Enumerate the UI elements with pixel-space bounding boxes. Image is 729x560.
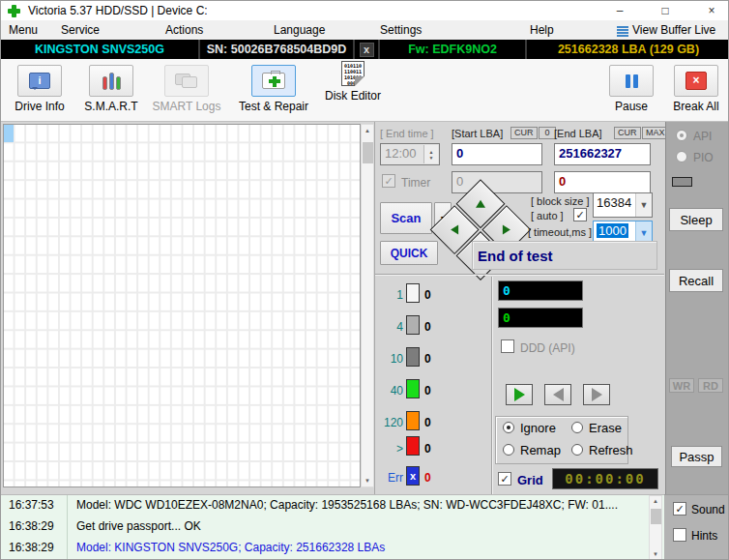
radio-refresh-label[interactable]: Refresh — [589, 443, 633, 457]
step-forward-button[interactable] — [583, 384, 610, 405]
toolbar-smart[interactable]: S.M.A.R.T — [80, 65, 142, 113]
toolbar-label: SMART Logs — [148, 100, 225, 113]
device-info-bar: KINGSTON SNVS250G SN: 50026B768504BD9D x… — [1, 40, 729, 59]
hints-label[interactable]: Hints — [691, 529, 717, 543]
log-scroll-thumb[interactable] — [651, 509, 661, 524]
radio-ignore-label[interactable]: Ignore — [520, 421, 556, 435]
sleep-button[interactable]: Sleep — [669, 208, 723, 231]
toolbar-label: Pause — [604, 100, 658, 113]
toolbar-drive-info[interactable]: i Drive Info — [9, 65, 71, 113]
block-size-combo[interactable]: 16384 ▼ — [593, 192, 653, 218]
view-buffer-live-button[interactable]: View Buffer Live — [632, 23, 715, 37]
auto-checkbox[interactable]: ✓ — [573, 208, 587, 221]
close-button[interactable]: × — [695, 1, 728, 20]
chevron-down-icon[interactable]: ▼ — [635, 193, 652, 217]
errors-count-input[interactable]: 0 — [554, 171, 651, 193]
toolbar-disk-editor[interactable]: 010110 110011 101000 0001 Disk Editor — [322, 61, 384, 103]
end-time-spinner[interactable]: 12:00 ▲ ▼ — [380, 143, 440, 165]
start-lba-input[interactable]: 0 — [452, 143, 542, 165]
speed-label-4: 4 — [376, 320, 403, 334]
first-aid-icon — [262, 73, 285, 89]
menu-item-help[interactable]: Help — [530, 23, 554, 37]
speed-block-gt — [406, 436, 420, 456]
scroll-down-icon[interactable]: ▼ — [650, 551, 661, 557]
speed-count-1: 0 — [424, 288, 431, 302]
scroll-down-icon[interactable]: ▼ — [362, 478, 373, 484]
radio-ignore[interactable] — [503, 422, 514, 433]
play-button[interactable] — [506, 384, 533, 405]
left-arrow-icon — [451, 225, 458, 235]
menu-item-language[interactable]: Language — [274, 23, 325, 37]
radio-erase[interactable] — [571, 422, 583, 433]
menu-item-settings[interactable]: Settings — [380, 23, 422, 37]
scan-grid-canvas[interactable] — [3, 124, 361, 487]
canvas-scrollbar[interactable]: ▲ ▼ — [361, 124, 374, 487]
toolbar-test-repair[interactable]: Test & Repair — [233, 65, 314, 113]
timer-checkbox[interactable]: ✓ — [382, 174, 395, 188]
lcd-position-display: 0 — [498, 308, 583, 328]
toolbar-break-all[interactable]: × Break All — [666, 65, 726, 113]
forward-icon — [592, 388, 602, 401]
toolbar-label: Test & Repair — [233, 100, 314, 113]
spin-down-icon[interactable]: ▼ — [424, 155, 438, 161]
rd-button: RD — [698, 378, 723, 393]
radio-pio[interactable] — [676, 151, 687, 162]
recall-button[interactable]: Recall — [669, 269, 723, 292]
speed-block-err: x — [406, 466, 420, 486]
device-firmware: Fw: EDFK9NO2 — [380, 40, 527, 59]
grid-checkbox[interactable]: ✓ — [498, 472, 511, 486]
ddd-label: DDD (API) — [520, 341, 575, 355]
radio-remap-label[interactable]: Remap — [520, 443, 561, 457]
speed-label-1: 1 — [376, 288, 403, 302]
log-scrollbar[interactable]: ▲ ▼ — [649, 495, 662, 560]
speed-block-40 — [406, 379, 420, 398]
radio-erase-label[interactable]: Erase — [589, 421, 622, 435]
menu-item-actions[interactable]: Actions — [165, 23, 203, 37]
sound-label[interactable]: Sound — [691, 503, 725, 516]
end-time-label: [ End time ] — [380, 128, 434, 139]
menu-item-service[interactable]: Service — [61, 23, 100, 37]
binary-sheet-icon: 010110 110011 101000 0001 — [341, 61, 364, 86]
victoria-window: Victoria 5.37 HDD/SSD | Device C: – □ × … — [0, 0, 729, 560]
menu-item-menu[interactable]: Menu — [9, 23, 38, 37]
ddd-checkbox[interactable] — [501, 339, 514, 353]
play-icon — [514, 388, 525, 401]
maximize-button[interactable]: □ — [649, 1, 682, 20]
right-arrow-icon — [503, 225, 510, 235]
speed-label-120: 120 — [376, 416, 403, 429]
pause-icon — [626, 74, 638, 88]
radio-api[interactable] — [676, 130, 687, 141]
end-of-test-label: End of test — [478, 248, 553, 264]
radio-remap[interactable] — [503, 444, 514, 456]
scroll-up-icon[interactable]: ▲ — [362, 128, 373, 133]
end-lba-cur-button[interactable]: CUR — [614, 127, 641, 139]
device-model[interactable]: KINGSTON SNVS250G — [1, 40, 200, 59]
device-capacity: 251662328 LBA (129 GB) — [527, 40, 729, 59]
step-back-button[interactable] — [544, 384, 571, 405]
grid-label: Grid — [517, 473, 543, 487]
scroll-up-icon[interactable]: ▲ — [650, 498, 661, 504]
quick-button[interactable]: QUICK — [380, 241, 438, 265]
log-message: Model: WDC WD10EZEX-08M2NA0; Capacity: 1… — [76, 498, 618, 512]
radio-refresh[interactable] — [571, 444, 583, 456]
wr-button: WR — [669, 378, 694, 393]
end-lba-input[interactable]: 251662327 — [554, 143, 651, 165]
minimize-button[interactable]: – — [603, 1, 636, 20]
speed-label-10: 10 — [376, 352, 403, 366]
timer-value-input: 0 — [452, 171, 542, 193]
toolbar-pause[interactable]: Pause — [604, 65, 658, 113]
passp-button[interactable]: Passp — [671, 446, 722, 467]
sound-checkbox[interactable]: ✓ — [673, 502, 686, 516]
end-of-test-box[interactable]: End of test — [472, 241, 657, 270]
timeout-label: [ timeout,ms ] — [528, 226, 592, 238]
info-close-button[interactable]: x — [360, 43, 374, 57]
scan-button[interactable]: Scan — [380, 202, 432, 234]
hints-checkbox[interactable] — [673, 528, 686, 542]
block-size-label: [ block size ] — [531, 195, 590, 207]
time-spinner-arrows[interactable]: ▲ ▼ — [423, 145, 438, 163]
elapsed-time-lcd: 00:00:00 — [552, 468, 658, 489]
canvas-scroll-thumb[interactable] — [363, 142, 373, 163]
radio-pio-label: PIO — [693, 151, 714, 164]
log-time: 16:37:53 — [9, 498, 62, 512]
start-lba-cur-button[interactable]: CUR — [510, 127, 538, 139]
